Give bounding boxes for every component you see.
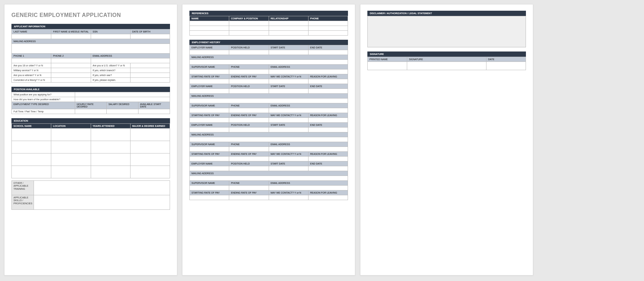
input-dob[interactable] — [130, 34, 170, 39]
label-emp-phone: PHONE — [229, 65, 269, 69]
input-explain[interactable] — [130, 78, 170, 83]
input-printed-name[interactable] — [368, 62, 407, 70]
label-last-name: LAST NAME — [12, 29, 51, 34]
input-hourly[interactable] — [75, 109, 106, 114]
label-emp-email: EMAIL ADDRESS — [269, 65, 348, 69]
ref-row[interactable] — [190, 21, 229, 26]
input-email[interactable] — [91, 58, 170, 63]
input-emp-type[interactable]: Full Time / Part Time / Temp — [12, 109, 75, 114]
label-skills: APPLICABLE SKILLS / PROFICIENCIES — [12, 195, 34, 210]
col-ref-phone: PHONE — [308, 16, 348, 21]
disclaimer-table — [367, 16, 526, 47]
input-felony[interactable] — [51, 78, 91, 83]
input-phone1[interactable] — [12, 58, 51, 63]
label-other-training: OTHER / APPLICABLE TRAINING — [12, 181, 34, 195]
page-3: DISCLAIMER / AUTHORIZATION / LEGAL STATE… — [360, 4, 533, 275]
ref-row[interactable] — [190, 26, 229, 31]
label-contact: MAY WE CONTACT? Y or N — [269, 74, 308, 79]
input-mailing[interactable] — [12, 44, 170, 54]
q-veteran: Are you a veteran? Y or N — [12, 73, 51, 78]
q-military: Military service? Y or N — [12, 68, 51, 73]
label-salary: SALARY DESIRED — [107, 102, 138, 109]
ref-row[interactable] — [190, 31, 229, 36]
label-position-held: POSITION HELD — [229, 45, 269, 50]
col-ref-name: NAME — [190, 16, 229, 21]
input-military[interactable] — [51, 68, 91, 73]
label-printed-name: PRINTED NAME — [368, 57, 407, 62]
applicant-header: APPLICANT INFORMATION — [11, 24, 170, 29]
input-skills[interactable] — [34, 195, 170, 210]
input-branch[interactable] — [130, 68, 170, 73]
label-signature: SIGNATURE — [407, 57, 486, 62]
input-veteran[interactable] — [51, 73, 91, 78]
input-learn[interactable] — [75, 97, 170, 102]
applicant-table: LAST NAME FIRST NAME & MIDDLE INITIAL SS… — [11, 29, 170, 83]
position-table: What position are you applying for? How … — [11, 92, 170, 114]
disclaimer-box[interactable] — [368, 16, 526, 47]
label-emp-mailing: MAILING ADDRESS — [190, 55, 348, 60]
label-mailing: MAILING ADDRESS — [12, 39, 170, 44]
label-email: EMAIL ADDRESS — [91, 54, 170, 58]
input-date[interactable] — [486, 62, 526, 70]
label-hourly: HOURLY RATE DESIRED — [75, 102, 106, 109]
input-last-name[interactable] — [12, 34, 51, 39]
education-extra-table: OTHER / APPLICABLE TRAINING APPLICABLE S… — [11, 180, 170, 210]
edu-row[interactable] — [12, 129, 51, 141]
label-first-name: FIRST NAME & MIDDLE INITIAL — [51, 29, 91, 34]
label-phone1: PHONE 1 — [12, 54, 51, 58]
input-signature[interactable] — [407, 62, 486, 70]
col-school: SCHOOL NAME — [12, 124, 51, 129]
signature-table: PRINTED NAME SIGNATURE DATE — [367, 57, 526, 70]
education-table: SCHOOL NAME LOCATION YEARS ATTENDED MAJO… — [11, 123, 170, 178]
label-start-pay: STARTING RATE OF PAY — [190, 74, 229, 79]
label-employer: EMPLOYER NAME — [190, 45, 229, 50]
col-years: YEARS ATTENDED — [91, 124, 130, 129]
input-salary[interactable] — [107, 109, 138, 114]
q-learn: How did you learn of the position availa… — [12, 97, 75, 102]
q-age: Are you 18 or older? Y or N — [12, 63, 51, 68]
label-supervisor: SUPERVISOR NAME — [190, 65, 229, 69]
label-date: DATE — [486, 57, 526, 62]
page-2: REFERENCES NAME COMPANY & POSITION RELAT… — [182, 4, 355, 275]
q-branch: If yes, which branch? — [91, 68, 130, 73]
references-header: REFERENCES — [189, 11, 348, 16]
employment-table: EMPLOYER NAME POSITION HELD START DATE E… — [189, 45, 348, 200]
input-war[interactable] — [130, 73, 170, 78]
page-1: GENERIC EMPLOYMENT APPLICATION APPLICANT… — [4, 4, 177, 275]
col-major: MAJOR & DEGREE EARNED — [130, 124, 170, 129]
input-start[interactable] — [138, 109, 170, 114]
label-end-date: END DATE — [308, 45, 348, 50]
input-citizen[interactable] — [130, 63, 170, 68]
label-end-pay: ENDING RATE OF PAY — [229, 74, 269, 79]
label-start-date: START DATE — [269, 45, 308, 50]
label-reason: REASON FOR LEAVING — [308, 74, 348, 79]
input-position[interactable] — [75, 92, 170, 97]
input-other-training[interactable] — [34, 181, 170, 195]
label-start: AVAILABLE START DATE — [138, 102, 170, 109]
disclaimer-header: DISCLAIMER / AUTHORIZATION / LEGAL STATE… — [367, 11, 526, 16]
signature-header: SIGNATURE — [367, 51, 526, 57]
label-ssn: SSN — [91, 29, 130, 34]
label-emp-type: EMPLOYMENT TYPE DESIRED — [12, 102, 75, 109]
input-first-name[interactable] — [51, 34, 91, 39]
q-explain: If yes, please explain. — [91, 78, 130, 83]
col-ref-relationship: RELATIONSHIP — [269, 16, 308, 21]
position-header: POSITION AVAILABLE — [11, 87, 170, 92]
q-felony: Convicted of a felony? Y or N — [12, 78, 51, 83]
q-citizen: Are you a U.S. citizen? Y or N — [91, 63, 130, 68]
education-header: EDUCATION — [11, 118, 170, 123]
edu-row[interactable] — [12, 153, 51, 166]
input-phone2[interactable] — [51, 58, 91, 63]
document-title: GENERIC EMPLOYMENT APPLICATION — [11, 12, 170, 18]
input-age[interactable] — [51, 63, 91, 68]
input-ssn[interactable] — [91, 34, 130, 39]
edu-row[interactable] — [12, 166, 51, 178]
label-dob: DATE OF BIRTH — [130, 29, 170, 34]
q-position: What position are you applying for? — [12, 92, 75, 97]
label-phone2: PHONE 2 — [51, 54, 91, 58]
q-war: If yes, which war? — [91, 73, 130, 78]
references-table: NAME COMPANY & POSITION RELATIONSHIP PHO… — [189, 16, 348, 36]
edu-row[interactable] — [12, 141, 51, 153]
col-location: LOCATION — [51, 124, 91, 129]
col-ref-company: COMPANY & POSITION — [229, 16, 269, 21]
